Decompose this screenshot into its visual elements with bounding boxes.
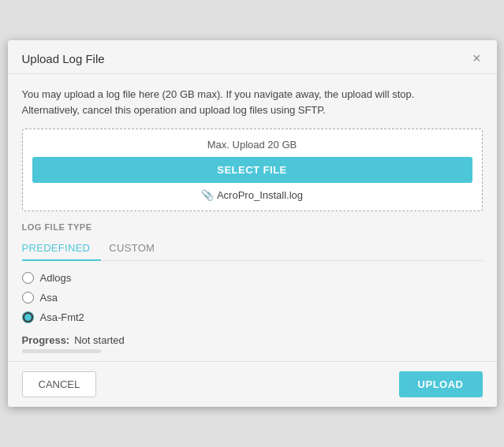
radio-adlogs-label: Adlogs bbox=[40, 272, 72, 284]
progress-label: Progress: bbox=[22, 334, 70, 346]
log-type-tabs: PREDEFINED CUSTOM bbox=[22, 237, 483, 261]
radio-group-log-types: Adlogs Asa Asa-Fmt2 bbox=[22, 272, 483, 323]
paperclip-icon: 📎 bbox=[201, 189, 214, 201]
dialog-body: You may upload a log file here (20 GB ma… bbox=[8, 74, 497, 353]
radio-asa-fmt2[interactable] bbox=[22, 311, 34, 323]
selected-file-info: 📎 AcroPro_Install.log bbox=[32, 189, 472, 201]
dialog-header: Upload Log File × bbox=[8, 40, 497, 74]
radio-asa[interactable] bbox=[22, 292, 34, 304]
progress-section: Progress: Not started bbox=[22, 334, 483, 353]
log-file-type-label: LOG FILE TYPE bbox=[22, 222, 483, 232]
progress-bar-background bbox=[22, 349, 101, 353]
radio-asa-label: Asa bbox=[40, 292, 58, 304]
cancel-button[interactable]: CANCEL bbox=[22, 371, 97, 397]
radio-asa-fmt2-label: Asa-Fmt2 bbox=[40, 311, 84, 323]
upload-log-file-dialog: Upload Log File × You may upload a log f… bbox=[8, 40, 497, 407]
radio-adlogs[interactable] bbox=[22, 272, 34, 284]
tab-predefined[interactable]: PREDEFINED bbox=[22, 237, 102, 261]
radio-item-adlogs[interactable]: Adlogs bbox=[22, 272, 483, 284]
description-line1: You may upload a log file here (20 GB ma… bbox=[22, 88, 415, 100]
max-upload-label: Max. Upload 20 GB bbox=[32, 139, 472, 151]
upload-button[interactable]: UPLOAD bbox=[399, 371, 483, 397]
select-file-button[interactable]: SELECT FILE bbox=[32, 157, 472, 183]
description-line2: Alternatively, cancel this operation and… bbox=[22, 104, 326, 116]
radio-item-asa-fmt2[interactable]: Asa-Fmt2 bbox=[22, 311, 483, 323]
dialog-title: Upload Log File bbox=[22, 52, 105, 65]
description-text: You may upload a log file here (20 GB ma… bbox=[22, 87, 483, 117]
progress-status: Not started bbox=[74, 334, 125, 346]
dialog-footer: CANCEL UPLOAD bbox=[8, 361, 497, 407]
tab-custom[interactable]: CUSTOM bbox=[109, 237, 166, 261]
selected-filename: AcroPro_Install.log bbox=[217, 189, 303, 201]
close-button[interactable]: × bbox=[471, 51, 483, 65]
radio-item-asa[interactable]: Asa bbox=[22, 292, 483, 304]
upload-area: Max. Upload 20 GB SELECT FILE 📎 AcroPro_… bbox=[22, 129, 483, 211]
